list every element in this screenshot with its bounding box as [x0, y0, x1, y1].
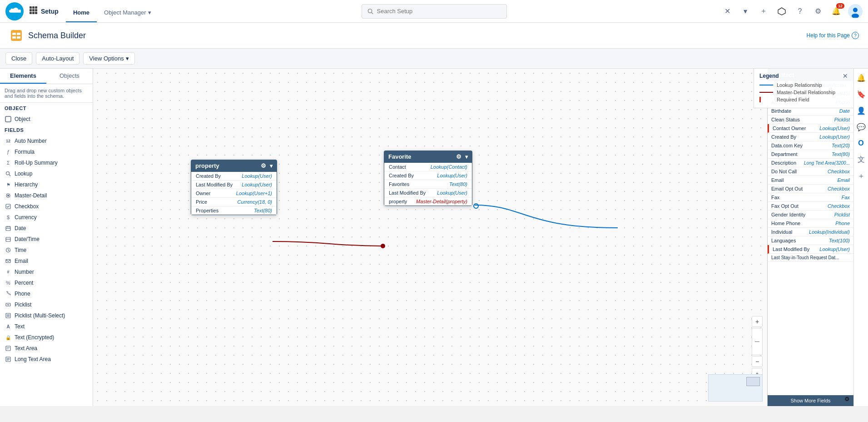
zoom-slider[interactable]: | — [752, 328, 763, 355]
field-time[interactable]: Time — [0, 245, 93, 256]
view-options-button[interactable]: View Options ▾ — [83, 52, 134, 65]
home-tab[interactable]: Home — [66, 0, 97, 22]
field-long-text-area[interactable]: Long Text Area — [0, 354, 93, 365]
svg-rect-4 — [32, 9, 35, 11]
field-text-encrypted[interactable]: 🔒 Text (Encrypted) — [0, 332, 93, 343]
notification-badge: 12 — [836, 3, 844, 9]
svg-point-9 — [368, 9, 372, 12]
close-button[interactable]: Close — [5, 52, 32, 65]
avatar[interactable] — [848, 4, 863, 19]
property-field-properties: Properties Text(80) — [191, 206, 277, 215]
sidebar-bell-icon[interactable]: 🔔 — [856, 72, 867, 83]
property-title: property — [195, 162, 219, 169]
contact-panel: Contact ⚙ Account Name Lookup(Accou... A… — [767, 69, 853, 406]
svg-rect-16 — [12, 33, 16, 35]
field-lookup[interactable]: Lookup — [0, 168, 93, 179]
legend-lookup-item: Lookup Relationship — [759, 82, 848, 88]
object-item[interactable]: Object — [0, 114, 93, 125]
tab-objects[interactable]: Objects — [46, 69, 93, 84]
schema-header: Schema Builder Help for this Page ? — [0, 23, 868, 49]
favorite-gear-icon[interactable]: ⚙ — [456, 153, 461, 160]
datetime-icon — [5, 236, 12, 243]
svg-rect-7 — [32, 12, 35, 14]
sidebar-outlook-icon[interactable]: O — [856, 138, 867, 149]
property-field-created-by: Created By Lookup(User) — [191, 172, 277, 181]
text-area-icon — [5, 345, 12, 352]
contact-field-description: Description Long Text Area(3200... — [768, 159, 853, 167]
lookup-icon — [5, 170, 12, 177]
field-formula[interactable]: ƒ Formula — [0, 146, 93, 157]
percent-icon: % — [5, 279, 12, 286]
field-currency[interactable]: $ Currency — [0, 212, 93, 223]
svg-rect-5 — [35, 9, 37, 11]
setup-icon[interactable]: ⚙ — [812, 5, 824, 18]
schema-builder-title: Schema Builder — [28, 31, 86, 40]
zoom-out-button[interactable]: − — [752, 356, 763, 367]
field-percent[interactable]: % Percent — [0, 277, 93, 288]
checkbox-icon — [5, 203, 12, 210]
app-switcher-icon[interactable] — [29, 6, 37, 16]
sidebar-translate-icon[interactable]: 文 — [856, 154, 867, 165]
help-icon[interactable]: ? — [794, 5, 806, 18]
settings-button[interactable]: ⚙ — [844, 396, 850, 402]
field-text-area[interactable]: Text Area — [0, 343, 93, 354]
trailhead-icon[interactable] — [775, 5, 788, 18]
canvas[interactable]: property ⚙ ▾ Created By Lookup(User) Las… — [93, 69, 853, 406]
favorite-expand-icon[interactable]: ▾ — [465, 154, 468, 160]
favorite-field-last-modified: Last Modified By Lookup(User) — [384, 189, 472, 197]
zoom-in-button[interactable]: + — [752, 316, 763, 327]
contact-field-last-stay: Last Stay-in-Touch Request Dat... — [768, 254, 853, 262]
svg-rect-2 — [35, 6, 37, 9]
notifications-icon[interactable]: 🔔 12 — [830, 5, 843, 18]
legend-close-icon[interactable]: ✕ — [843, 72, 848, 80]
field-picklist-multi[interactable]: Picklist (Multi-Select) — [0, 310, 93, 321]
field-email[interactable]: Email — [0, 256, 93, 266]
legend-required-item: Required Field — [759, 97, 848, 102]
field-master-detail[interactable]: Master-Detail — [0, 190, 93, 201]
field-text[interactable]: A Text — [0, 321, 93, 332]
property-expand-icon[interactable]: ▾ — [270, 163, 273, 169]
field-number[interactable]: # Number — [0, 266, 93, 277]
field-picklist[interactable]: Picklist — [0, 299, 93, 310]
field-date[interactable]: Date — [0, 223, 93, 234]
sidebar-bookmark-icon[interactable]: 🔖 — [856, 89, 867, 100]
master-detail-icon — [5, 192, 12, 199]
favorite-body: Contact Lookup(Contact) Created By Looku… — [384, 163, 472, 206]
search-bar[interactable] — [362, 4, 507, 19]
show-more-fields-button[interactable]: Show More Fields — [768, 395, 853, 406]
mini-map[interactable] — [708, 374, 763, 402]
sidebar-chat-icon[interactable]: 💬 — [856, 121, 867, 132]
nav-actions: ✕ ▾ ＋ ? ⚙ 🔔 12 — [721, 4, 863, 19]
svg-point-21 — [6, 172, 10, 175]
field-rollup-summary[interactable]: Σ Roll-Up Summary — [0, 157, 93, 168]
field-hierarchy[interactable]: ⚑ Hierarchy — [0, 179, 93, 190]
sidebar-add-icon[interactable]: ＋ — [856, 171, 867, 181]
contact-field-last-modified: Last Modified By Lookup(User) — [768, 245, 853, 254]
legend-title: Legend — [759, 73, 779, 79]
field-auto-number[interactable]: 12 Auto Number — [0, 136, 93, 146]
time-icon — [5, 246, 12, 254]
object-icon — [5, 116, 12, 123]
toolbar: Close Auto-Layout View Options ▾ — [0, 49, 868, 69]
field-checkbox[interactable]: Checkbox — [0, 201, 93, 212]
picklist-icon — [5, 301, 12, 308]
text-icon: A — [5, 323, 12, 330]
add-icon[interactable]: ＋ — [757, 5, 770, 18]
left-panel: Elements Objects Drag and drop new custo… — [0, 69, 93, 406]
help-link[interactable]: Help for this Page ? — [807, 32, 859, 39]
field-datetime[interactable]: Date/Time — [0, 234, 93, 245]
svg-rect-6 — [30, 12, 32, 14]
svg-rect-18 — [12, 36, 16, 39]
setup-label: Setup — [41, 8, 59, 15]
dropdown-icon[interactable]: ▾ — [739, 5, 752, 18]
object-manager-tab[interactable]: Object Manager ▾ — [97, 0, 159, 22]
sidebar-user-icon[interactable]: 👤 — [856, 105, 867, 116]
hierarchy-icon: ⚑ — [5, 181, 12, 188]
salesforce-logo[interactable] — [5, 2, 24, 20]
search-input[interactable] — [377, 8, 501, 15]
tab-elements[interactable]: Elements — [0, 69, 46, 84]
property-gear-icon[interactable]: ⚙ — [261, 162, 266, 169]
clear-icon[interactable]: ✕ — [721, 5, 734, 18]
auto-layout-button[interactable]: Auto-Layout — [36, 52, 79, 65]
field-phone[interactable]: Phone — [0, 288, 93, 299]
